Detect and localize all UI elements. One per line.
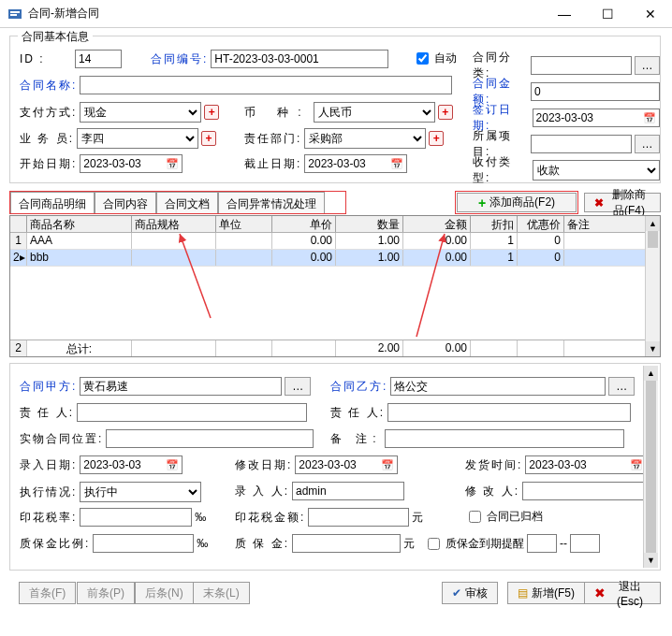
table-row[interactable]: 2▸bbb0.001.000.0010	[10, 250, 660, 267]
new-button[interactable]: ▤新增(F5)	[507, 582, 585, 604]
exec-select[interactable]: 执行中	[80, 482, 201, 502]
modify-date-label: 修改日期:	[235, 457, 292, 473]
col-off[interactable]: 优惠价	[518, 216, 564, 232]
deposit-label: 质 保 金:	[235, 536, 289, 552]
tax-amt-field[interactable]	[308, 508, 409, 527]
ship-date-field[interactable]: 2023-03-03📅	[525, 455, 647, 474]
project-field[interactable]	[531, 135, 632, 153]
col-name[interactable]: 商品名称	[27, 216, 132, 232]
new-icon: ▤	[518, 586, 528, 600]
entry-date-field[interactable]: 2023-03-03📅	[80, 455, 183, 474]
nav-prev-button: 前条(P)	[77, 582, 135, 604]
signdate-field[interactable]: 2023-03-03📅	[533, 108, 660, 127]
exit-button[interactable]: ✖退出(Esc)	[584, 582, 661, 604]
svg-rect-1	[10, 11, 20, 13]
grid-footer: 2 总计: 2.00 0.00	[10, 340, 660, 356]
loc-field[interactable]	[106, 429, 314, 448]
audit-button[interactable]: ✔审核	[442, 582, 498, 604]
rptype-select[interactable]: 收款	[533, 160, 660, 181]
a-person-field[interactable]	[77, 403, 307, 422]
scroll-thumb[interactable]	[648, 231, 658, 248]
col-spec[interactable]: 商品规格	[132, 216, 216, 232]
tab-strip: 合同商品明细 合同内容 合同文档 合同异常情况处理	[10, 192, 325, 213]
calendar-icon: 📅	[630, 459, 643, 471]
product-tabs-area: 合同商品明细 合同内容 合同文档 合同异常情况处理 +添加商品(F2) ✖删除商…	[9, 185, 661, 359]
archived-label: 合同已归档	[487, 509, 543, 525]
table-row[interactable]: 1AAA0.001.000.0010	[10, 233, 660, 250]
deposit-field[interactable]	[292, 534, 401, 553]
scroll-thumb[interactable]	[646, 381, 656, 553]
party-b-browse-button[interactable]: …	[608, 377, 635, 396]
remark-field[interactable]	[385, 429, 624, 448]
name-field[interactable]	[80, 76, 452, 94]
currency-add-icon[interactable]: +	[438, 105, 453, 120]
entry-by-field[interactable]	[292, 482, 404, 500]
entry-date-label: 录入日期:	[20, 457, 77, 473]
tab-exceptions[interactable]: 合同异常情况处理	[218, 192, 325, 213]
party-a-browse-button[interactable]: …	[285, 377, 311, 396]
minimize-button[interactable]: —	[543, 0, 586, 28]
product-grid[interactable]: 商品名称 商品规格 单位 单价 数量 金额 折扣 优惠价 备注 1AAA0.00…	[9, 215, 661, 357]
grid-body[interactable]: 1AAA0.001.000.00102▸bbb0.001.000.0010	[10, 233, 660, 340]
auto-label: 自动	[434, 51, 457, 66]
modify-date-field[interactable]: 2023-03-03📅	[295, 455, 398, 474]
close-button[interactable]: ✕	[629, 0, 672, 28]
auto-checkbox[interactable]	[416, 52, 429, 65]
category-field[interactable]	[531, 56, 632, 75]
yuan-unit: 元	[412, 510, 423, 526]
maximize-button[interactable]: ☐	[586, 0, 629, 28]
exec-label: 执行情况:	[20, 484, 77, 500]
party-b-field[interactable]	[390, 377, 606, 396]
end-date-field[interactable]: 2023-03-03📅	[304, 154, 407, 173]
delete-product-button[interactable]: ✖删除商品(F4)	[584, 193, 661, 212]
col-unit[interactable]: 单位	[216, 216, 272, 232]
col-amt[interactable]: 金额	[403, 216, 471, 232]
col-price[interactable]: 单价	[272, 216, 336, 232]
add-product-button[interactable]: +添加商品(F2)	[457, 193, 577, 212]
party-a-field[interactable]	[80, 377, 282, 396]
nav-last-button: 末条(L)	[193, 582, 250, 604]
tax-amt-label: 印花税金额:	[235, 510, 305, 526]
amount-field[interactable]	[531, 82, 660, 101]
currency-select[interactable]: 人民币	[314, 102, 435, 123]
salesman-select[interactable]: 李四	[77, 128, 198, 149]
code-label: 合同编号:	[151, 51, 208, 67]
code-field[interactable]	[211, 50, 388, 68]
tax-rate-field[interactable]	[80, 508, 192, 527]
calendar-icon: 📅	[390, 158, 403, 170]
id-label: ID :	[20, 52, 72, 65]
scroll-down-icon[interactable]: ▼	[646, 341, 660, 356]
category-browse-button[interactable]: …	[635, 56, 660, 75]
x-icon: ✖	[594, 196, 604, 210]
start-date-field[interactable]: 2023-03-03📅	[80, 154, 183, 173]
col-disc[interactable]: 折扣	[471, 216, 518, 232]
deposit-rate-field[interactable]	[93, 534, 194, 553]
yuan-unit2: 元	[403, 536, 415, 552]
scroll-up-icon[interactable]: ▲	[644, 366, 658, 381]
salesman-add-icon[interactable]: +	[201, 131, 216, 146]
rptype-label: 收付类型:	[473, 154, 530, 186]
grid-vscroll[interactable]: ▲ ▼	[645, 216, 660, 356]
dept-select[interactable]: 采购部	[304, 128, 426, 149]
entry-by-label: 录 入 人:	[235, 484, 289, 499]
dept-add-icon[interactable]: +	[429, 131, 444, 146]
remind-from-field[interactable]	[527, 534, 557, 553]
archived-checkbox[interactable]	[469, 511, 481, 523]
tab-docs[interactable]: 合同文档	[156, 192, 218, 213]
tab-products[interactable]: 合同商品明细	[10, 192, 95, 213]
modify-by-field[interactable]	[522, 482, 644, 500]
scroll-up-icon[interactable]: ▲	[646, 216, 660, 231]
tab-content[interactable]: 合同内容	[95, 192, 156, 213]
col-qty[interactable]: 数量	[336, 216, 403, 232]
project-browse-button[interactable]: …	[635, 135, 660, 153]
scroll-down-icon[interactable]: ▼	[644, 553, 658, 568]
salesman-label: 业 务 员:	[20, 131, 74, 147]
start-label: 开始日期:	[20, 156, 77, 172]
bottom-group-vscroll[interactable]: ▲ ▼	[643, 366, 658, 568]
deposit-remind-checkbox[interactable]	[428, 538, 440, 550]
paymode-select[interactable]: 现金	[80, 102, 201, 123]
paymode-add-icon[interactable]: +	[204, 105, 219, 120]
id-field[interactable]	[75, 50, 122, 68]
b-person-field[interactable]	[387, 403, 631, 422]
remind-to-field[interactable]	[570, 534, 600, 553]
